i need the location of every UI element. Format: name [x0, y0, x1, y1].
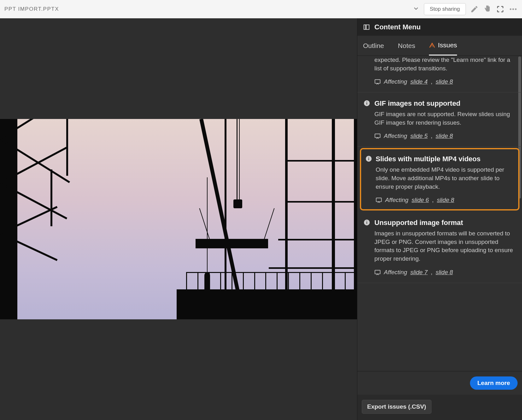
slide-link[interactable]: slide 6 [412, 197, 429, 204]
chevron-down-icon[interactable] [413, 5, 419, 13]
content-menu-panel: Content Menu Outline Notes Issues expect… [357, 18, 522, 420]
export-bar: Export issues (.CSV) [357, 395, 522, 420]
panel-layout-icon [363, 24, 370, 31]
slide-link[interactable]: slide 7 [410, 269, 428, 276]
svg-rect-5 [375, 80, 380, 84]
tab-notes[interactable]: Notes [398, 36, 415, 55]
info-icon [365, 155, 372, 163]
issue-title: Slides with multiple MP4 videos [376, 155, 513, 163]
slide-link[interactable]: slide 4 [410, 78, 428, 85]
issue-title: GIF images not supported [374, 99, 514, 108]
info-icon [363, 219, 371, 226]
slide-link[interactable]: slide 8 [436, 133, 453, 139]
tab-outline[interactable]: Outline [363, 36, 384, 55]
svg-rect-4 [366, 25, 369, 29]
svg-point-0 [510, 8, 511, 10]
svg-rect-9 [375, 134, 380, 138]
pen-icon[interactable] [470, 5, 478, 13]
svg-rect-16 [367, 221, 367, 222]
issue-transitions: expected. Please review the "Learn more"… [357, 56, 522, 92]
slide-canvas[interactable] [0, 18, 357, 420]
panel-header: Content Menu [357, 18, 522, 36]
stop-sharing-button[interactable]: Stop sharing [424, 3, 466, 15]
slide-link[interactable]: slide 5 [410, 133, 428, 139]
fullscreen-icon[interactable] [496, 5, 504, 13]
affecting-label: Affecting [384, 269, 407, 276]
issues-list[interactable]: expected. Please review the "Learn more"… [357, 56, 522, 371]
svg-rect-13 [376, 198, 382, 202]
svg-rect-17 [375, 270, 380, 274]
slide-icon [374, 133, 381, 139]
slide-link[interactable]: slide 8 [436, 269, 453, 276]
topbar: PPT IMPORT.PPTX Stop sharing [0, 0, 522, 18]
svg-rect-3 [364, 25, 366, 29]
svg-rect-15 [367, 222, 367, 224]
svg-point-2 [515, 8, 517, 10]
issue-title: Unsupported image format [374, 219, 514, 227]
learn-more-button[interactable]: Learn more [470, 376, 518, 390]
tab-issues[interactable]: Issues [429, 36, 457, 56]
issue-description: expected. Please review the "Learn more"… [374, 56, 514, 73]
slide-link[interactable]: slide 8 [437, 197, 454, 204]
learn-more-bar: Learn more [357, 371, 522, 395]
slide-icon [374, 269, 381, 275]
file-title: PPT IMPORT.PPTX [4, 6, 59, 12]
hand-icon[interactable] [483, 5, 492, 14]
panel-tabs: Outline Notes Issues [357, 36, 522, 56]
slide-preview-image [0, 119, 357, 319]
svg-point-1 [512, 8, 514, 10]
warning-icon [429, 42, 435, 48]
more-icon[interactable] [509, 5, 518, 14]
svg-rect-7 [367, 103, 367, 104]
issue-gif: GIF images not supported GIF images are … [357, 92, 522, 147]
affecting-label: Affecting [384, 78, 407, 85]
slide-link[interactable]: slide 8 [436, 78, 453, 85]
slide-icon [376, 197, 382, 203]
export-issues-button[interactable]: Export issues (.CSV) [362, 400, 431, 414]
issue-mp4-highlighted[interactable]: Slides with multiple MP4 videos Only one… [360, 148, 519, 210]
panel-title: Content Menu [374, 23, 421, 31]
svg-rect-11 [368, 158, 369, 160]
slide-icon [374, 79, 381, 85]
affecting-label: Affecting [385, 197, 408, 204]
svg-rect-8 [367, 102, 367, 102]
issue-description: Images in unsupported formats will be co… [374, 229, 514, 263]
issue-image-format: Unsupported image format Images in unsup… [357, 212, 522, 283]
svg-rect-12 [368, 157, 369, 158]
info-icon [363, 99, 371, 107]
tab-issues-label: Issues [438, 41, 457, 49]
affecting-label: Affecting [384, 133, 407, 139]
issue-description: GIF images are not supported. Review sli… [374, 110, 514, 127]
issue-description: Only one embedded MP4 video is supported… [376, 166, 513, 191]
